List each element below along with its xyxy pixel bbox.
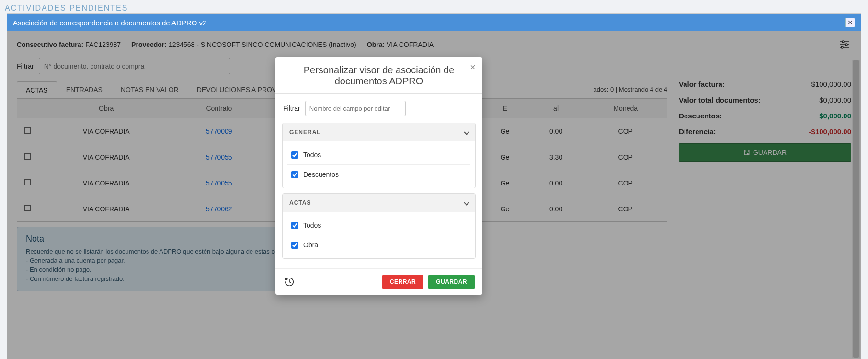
outer-modal-header: Asociación de correspondencia a document… [7,14,861,31]
outer-modal-title: Asociación de correspondencia a document… [13,19,206,27]
checkbox-actas-obra[interactable] [291,242,298,249]
personalize-close-button-footer[interactable]: CERRAR [382,275,423,289]
group-actas-title: ACTAS [289,199,311,206]
history-icon [284,277,295,287]
checkbox-general-todos[interactable] [291,151,298,159]
group-general-title: GENERAL [289,129,321,136]
checkbox-label: Obra [303,241,318,249]
chevron-down-icon [464,129,469,135]
outer-modal: Asociación de correspondencia a document… [7,13,861,359]
checkbox-label: Todos [303,221,321,229]
checkbox-actas-todos[interactable] [291,222,298,229]
close-icon: ✕ [847,19,853,26]
personalize-modal: Personalizar visor de asociación de docu… [275,57,482,295]
history-button[interactable] [283,276,296,288]
personalize-close-button[interactable]: × [470,62,476,73]
checkbox-general-descuentos[interactable] [291,171,298,178]
personalize-filter-input[interactable] [305,101,406,116]
group-actas-header[interactable]: ACTAS [283,194,475,212]
checkbox-label: Todos [303,151,321,159]
personalize-modal-title: Personalizar visor de asociación de docu… [304,65,455,86]
group-general-header[interactable]: GENERAL [283,123,475,141]
personalize-filter-label: Filtrar [283,104,300,112]
outer-close-button[interactable]: ✕ [845,18,855,27]
chevron-down-icon [464,200,469,205]
checkbox-label: Descuentos [303,171,339,178]
personalize-save-button[interactable]: GUARDAR [428,275,475,289]
